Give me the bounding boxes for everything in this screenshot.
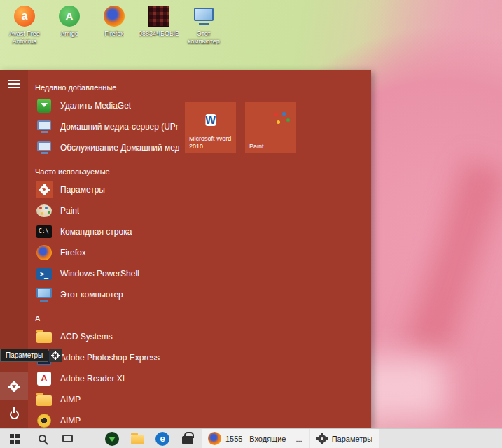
media-server-icon xyxy=(37,120,51,130)
taskbar-spacer xyxy=(80,429,99,448)
app-label: Firefox xyxy=(60,248,86,258)
taskbar-window-label: Параметры xyxy=(332,435,373,443)
app-item-powershell[interactable]: Windows PowerShell xyxy=(31,263,183,284)
power-icon xyxy=(10,410,19,419)
desktop-icons: Avast Free Antivirus Amigo Firefox 08834… xyxy=(3,4,227,46)
firefox-icon xyxy=(104,6,125,27)
desktop-icon-label: Этот компьютер xyxy=(182,30,225,46)
rail-tooltip-label: Параметры xyxy=(0,349,48,362)
start-button[interactable] xyxy=(0,429,29,448)
folder-icon xyxy=(36,396,52,406)
app-item-aimp[interactable]: AIMP xyxy=(31,410,183,428)
expand-menu-button[interactable] xyxy=(0,70,28,98)
taskbar-window-settings[interactable]: Параметры xyxy=(310,429,379,448)
windows-logo-icon xyxy=(10,434,20,444)
section-header-letter-a[interactable]: A xyxy=(31,311,183,326)
pixel-app-icon xyxy=(148,6,169,27)
app-label: Этот компьютер xyxy=(60,290,123,300)
start-menu: Недавно добавленные Удалить MediaGet Дом… xyxy=(0,70,371,428)
rail-power-button[interactable] xyxy=(0,400,28,428)
store-icon xyxy=(182,436,193,444)
flower-shape-dark xyxy=(404,159,502,359)
avast-icon xyxy=(14,6,35,27)
this-pc-icon xyxy=(194,8,214,21)
start-menu-rail xyxy=(0,70,28,428)
app-item-this-pc[interactable]: Этот компьютер xyxy=(31,284,183,305)
mediaget-icon xyxy=(37,99,51,113)
settings-gear-icon xyxy=(49,349,62,362)
app-item-aimp-folder[interactable]: AIMP xyxy=(31,389,183,410)
app-item-firefox[interactable]: Firefox xyxy=(31,242,183,263)
adobe-reader-icon xyxy=(37,372,51,386)
settings-gear-icon xyxy=(8,381,20,392)
app-label: Adobe Photoshop Express xyxy=(60,353,160,363)
folder-icon xyxy=(36,332,52,343)
tile-label: Microsoft Word 2010 xyxy=(189,135,234,150)
taskbar-pinned-store[interactable] xyxy=(175,429,200,448)
desktop-icon-amigo[interactable]: Amigo xyxy=(48,4,91,46)
app-label: ACD Systems xyxy=(60,332,113,342)
this-pc-icon xyxy=(36,288,52,298)
desktop-icon-label: Amigo xyxy=(60,30,78,38)
command-prompt-icon xyxy=(36,225,52,238)
app-label: Параметры xyxy=(60,185,105,195)
app-label: Удалить MediaGet xyxy=(60,101,131,111)
desktop-icon-label: 08834ЧБОЫВ xyxy=(139,30,179,38)
desktop-icon-label: Firefox xyxy=(104,30,124,38)
amigo-icon xyxy=(59,6,80,27)
app-label: Командная строка xyxy=(60,227,132,237)
desktop: Avast Free Antivirus Amigo Firefox 08834… xyxy=(0,0,502,448)
start-app-list: Недавно добавленные Удалить MediaGet Дом… xyxy=(31,70,183,428)
tile-paint[interactable]: Paint xyxy=(245,102,296,153)
taskbar-window-firefox[interactable]: 1555 - Входящие —... xyxy=(202,429,309,448)
taskbar-pinned-mediaget[interactable] xyxy=(99,429,125,448)
app-label: AIMP xyxy=(60,395,81,405)
app-label: Обслуживание Домашний меди... xyxy=(60,143,179,153)
aimp-icon xyxy=(37,414,51,428)
powershell-icon xyxy=(36,268,52,280)
paint-palette-icon xyxy=(36,204,52,217)
desktop-icon-this-pc[interactable]: Этот компьютер xyxy=(182,4,225,46)
app-label: Adobe Reader XI xyxy=(60,374,125,384)
app-label: Windows PowerShell xyxy=(60,269,139,279)
settings-gear-icon xyxy=(316,433,328,444)
taskbar: 1555 - Входящие —... Параметры xyxy=(0,428,502,448)
rail-settings-button[interactable] xyxy=(0,372,28,400)
app-label: Домашний медиа-сервер (UPnP,... xyxy=(60,122,179,132)
taskbar-pinned-edge[interactable] xyxy=(150,429,175,448)
rail-tooltip: Параметры xyxy=(0,349,62,362)
firefox-icon xyxy=(208,432,221,445)
desktop-icon-avast[interactable]: Avast Free Antivirus xyxy=(3,4,46,46)
section-header-recently-added[interactable]: Недавно добавленные xyxy=(31,80,183,95)
mediaget-icon xyxy=(105,432,119,446)
app-item-uninstall-mediaget[interactable]: Удалить MediaGet xyxy=(31,95,183,116)
search-icon xyxy=(39,435,46,442)
app-item-home-media-server[interactable]: Домашний медиа-сервер (UPnP,... xyxy=(31,116,183,137)
word-icon xyxy=(205,114,216,126)
desktop-icon-label: Avast Free Antivirus xyxy=(3,30,46,46)
taskbar-window-label: 1555 - Входящие —... xyxy=(225,435,302,443)
taskbar-pinned-explorer[interactable] xyxy=(125,429,150,448)
edge-icon xyxy=(155,432,169,446)
app-label: AIMP xyxy=(60,416,81,426)
task-view-icon xyxy=(62,435,73,442)
hamburger-icon xyxy=(8,80,20,88)
desktop-icon-firefox[interactable]: Firefox xyxy=(92,4,136,46)
app-label: Paint xyxy=(60,206,79,216)
app-item-cmd[interactable]: Командная строка xyxy=(31,221,183,242)
media-server-icon xyxy=(37,141,51,151)
tile-label: Paint xyxy=(249,143,294,150)
app-item-adobe-reader[interactable]: Adobe Reader XI xyxy=(31,368,183,389)
task-view-button[interactable] xyxy=(55,429,80,448)
settings-gear-icon xyxy=(36,181,53,198)
app-item-home-media-service[interactable]: Обслуживание Домашний меди... xyxy=(31,137,183,158)
section-header-frequent[interactable]: Часто используемые xyxy=(31,164,183,179)
tile-word[interactable]: Microsoft Word 2010 xyxy=(185,102,236,153)
app-item-acd-systems[interactable]: ACD Systems xyxy=(31,326,183,347)
app-item-paint[interactable]: Paint xyxy=(31,200,183,221)
firefox-icon xyxy=(36,245,52,260)
desktop-icon-app[interactable]: 08834ЧБОЫВ xyxy=(137,4,181,46)
file-explorer-icon xyxy=(131,435,144,444)
app-item-settings[interactable]: Параметры xyxy=(31,179,183,200)
taskbar-search-button[interactable] xyxy=(29,429,55,448)
